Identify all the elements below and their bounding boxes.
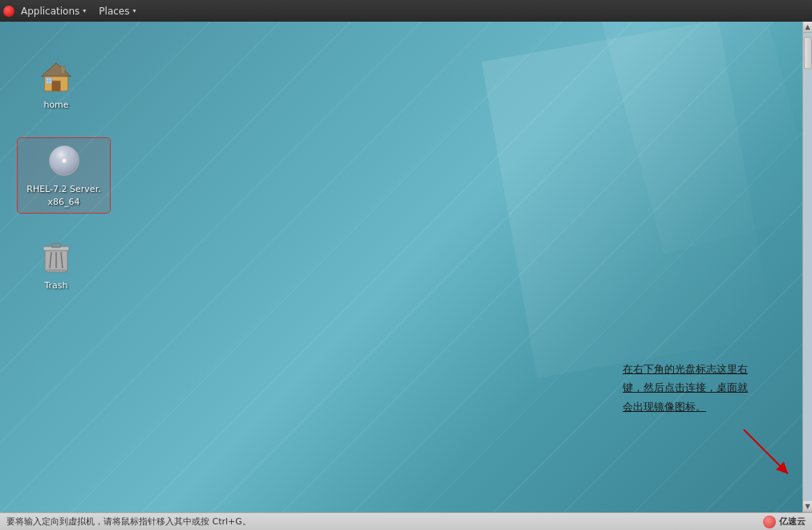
scroll-thumb[interactable]	[804, 37, 812, 69]
vertical-scrollbar[interactable]: ▲ ▼	[802, 22, 812, 512]
svg-rect-6	[61, 66, 66, 73]
places-menu[interactable]: Places ▾	[92, 0, 142, 22]
svg-point-11	[63, 159, 66, 162]
home-icon-image	[37, 57, 75, 96]
annotation-line2: 键，然后点击连接，桌面就	[623, 378, 748, 397]
places-chevron: ▾	[132, 7, 136, 14]
annotation-text: 在右下角的光盘标志这里右 键，然后点击连接，桌面就 会出现镜像图标。	[623, 360, 748, 416]
annotation-line1: 在右下角的光盘标志这里右	[623, 360, 748, 378]
brand-label: 亿速云	[779, 516, 806, 528]
desktop: home	[0, 22, 812, 512]
svg-rect-18	[47, 270, 66, 272]
scroll-track[interactable]	[803, 33, 812, 501]
applications-label: Applications	[21, 6, 79, 17]
brand-icon	[763, 516, 776, 528]
scroll-down-button[interactable]: ▼	[803, 501, 812, 512]
trash-icon[interactable]: Trash	[24, 234, 88, 296]
rhel-label-line2: x86_64	[45, 196, 82, 209]
svg-rect-2	[52, 81, 61, 92]
menubar: Applications ▾ Places ▾	[0, 0, 812, 22]
statusbar: 要将输入定向到虚拟机，请将鼠标指针移入其中或按 Ctrl+G。 亿速云	[0, 512, 812, 530]
applications-menu[interactable]: Applications ▾	[14, 0, 92, 22]
app-logo	[3, 6, 14, 17]
rhel-label-line1: RHEL-7.2 Server.	[24, 183, 103, 196]
annotation-line3: 会出现镜像图标。	[623, 398, 748, 416]
rhel-cdrom-icon[interactable]: RHEL-7.2 Server. x86_64	[18, 138, 110, 213]
home-icon[interactable]: home	[24, 54, 88, 115]
cdrom-icon-image	[45, 141, 83, 180]
svg-rect-17	[51, 243, 61, 247]
applications-chevron: ▾	[83, 7, 86, 14]
trash-label: Trash	[42, 279, 70, 292]
places-label: Places	[99, 6, 129, 17]
brand-badge: 亿速云	[757, 516, 812, 528]
scroll-up-button[interactable]: ▲	[803, 22, 812, 33]
red-arrow-indicator	[736, 422, 800, 488]
status-text: 要将输入定向到虚拟机，请将鼠标指针移入其中或按 Ctrl+G。	[0, 516, 757, 528]
trash-icon-image	[37, 238, 75, 276]
home-label: home	[41, 99, 71, 112]
svg-marker-1	[42, 63, 71, 77]
